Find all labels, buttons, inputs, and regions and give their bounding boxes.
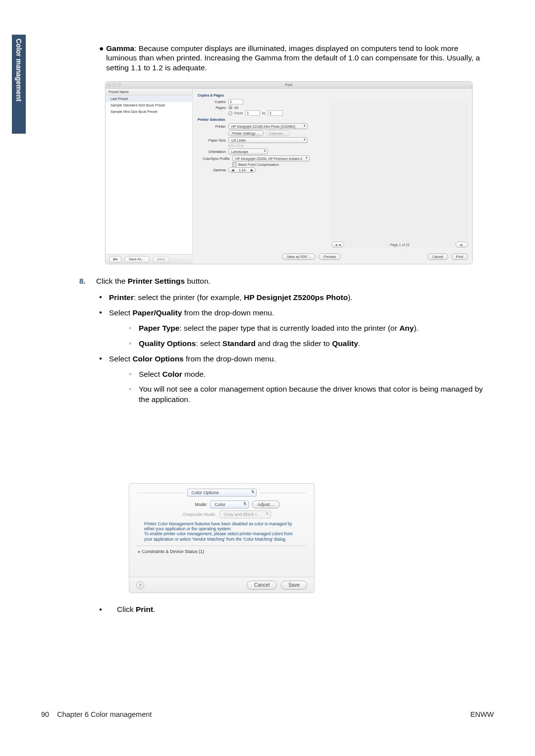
preview-next-button[interactable]: ► <box>455 242 468 248</box>
preview-button[interactable]: Preview <box>319 253 341 260</box>
bpc-checkbox[interactable] <box>232 162 236 166</box>
page-footer: 90 Chapter 6 Color management ENWW <box>41 710 494 718</box>
preset-item[interactable]: Sample Standard-Size Book Preset <box>106 102 192 108</box>
preset-item[interactable]: Sample Mini-Size Book Preset <box>106 108 192 115</box>
preview-area <box>331 102 468 248</box>
paper-type-bullet: Paper Type: select the paper type that i… <box>129 323 485 334</box>
pages-from-label: From: <box>234 111 243 115</box>
side-tab-label: Color management <box>15 39 23 101</box>
gamma-bullet-text: Gamma: Because computer displays are ill… <box>106 44 480 72</box>
paper-size-select[interactable]: US Letter <box>228 137 308 143</box>
help-button[interactable]: ? <box>136 581 144 589</box>
paper-dims: 8.5 x 11 in. <box>228 144 244 148</box>
constraints-disclosure[interactable]: Constraints & Device Status (1) <box>138 549 305 554</box>
window-title: Print <box>285 83 292 87</box>
pages-all-label: All <box>234 106 238 109</box>
preview-prev-button[interactable]: ◄◄ <box>331 242 344 248</box>
instructions: 8. Click the Printer Settings button. Pr… <box>79 276 485 410</box>
color-options-screenshot: Color Options Mode: Color Adjust… Graysc… <box>129 483 315 593</box>
gamma-label: Gamma <box>106 44 134 52</box>
page-number: 90 <box>41 710 49 718</box>
page-indicator: Page 1 of 22 <box>390 243 410 247</box>
side-tab: Color management <box>12 35 26 134</box>
color-mgmt-note: Printer Color Management features have b… <box>144 521 299 542</box>
section-select[interactable]: Color Options <box>187 489 257 497</box>
bpc-label: Black Point Compensation <box>238 163 279 166</box>
print-dialog-screenshot: Print Preset Name Last Preset Sample Sta… <box>105 81 473 264</box>
gamma-stepper[interactable]: ◀1.10▶ <box>228 167 256 173</box>
cancel-button[interactable]: Cancel <box>428 253 448 260</box>
cancel-button[interactable]: Cancel <box>247 581 277 590</box>
gamma-bullet: ● Gamma: Because computer displays are i… <box>99 44 485 72</box>
save-pdf-button[interactable]: Save as PDF… <box>282 253 316 260</box>
preset-item[interactable]: Last Preset <box>106 96 192 102</box>
click-print-bullet: Click Print. <box>99 605 156 614</box>
step-number: 8. <box>79 276 89 287</box>
settings-panel: Copies & Pages Copies: Pages: All From: … <box>193 89 472 264</box>
mode-select[interactable]: Color <box>210 501 249 508</box>
chapter-label: Chapter 6 Color management <box>57 710 152 718</box>
gamma-field-label: Gamma: <box>198 168 226 172</box>
from-input[interactable] <box>245 110 260 116</box>
pages-from-radio[interactable] <box>228 111 232 115</box>
save-preset-button: Save <box>153 256 169 262</box>
printer-settings-button[interactable]: Printer Settings … <box>228 130 264 136</box>
bullet-dot: ● <box>99 44 104 53</box>
colorsync-label: ColorSync Profile: <box>198 157 230 160</box>
save-button[interactable]: Save <box>281 581 307 590</box>
color-mode-bullet: Select Color mode. <box>129 369 485 380</box>
save-as-button[interactable]: Save As… <box>124 256 150 262</box>
window-titlebar: Print <box>106 82 472 89</box>
color-options-bullet: Select Color Options from the drop-down … <box>99 354 485 405</box>
print-button[interactable]: Print <box>451 253 468 260</box>
pages-label: Pages: <box>198 106 226 109</box>
color-note-bullet: You will not see a color management opti… <box>129 384 485 405</box>
quality-options-bullet: Quality Options: select Standard and dra… <box>129 339 485 349</box>
pages-all-radio[interactable] <box>228 105 232 109</box>
grayscale-label: Grayscale Mode: <box>173 512 216 517</box>
paper-quality-bullet: Select Paper/Quality from the drop-down … <box>99 308 485 349</box>
copies-pages-title: Copies & Pages <box>198 94 467 97</box>
printer-bullet: Printer: select the printer (for example… <box>99 293 485 303</box>
preset-sidebar: Preset Name Last Preset Sample Standard-… <box>106 89 193 264</box>
preset-gear-button[interactable]: ✿▾ <box>109 256 121 262</box>
adjust-button[interactable]: Adjust… <box>252 501 279 508</box>
copies-label: Copies: <box>198 100 226 103</box>
preset-bottom-bar: ✿▾ Save As… Save <box>106 254 193 264</box>
colorsync-select[interactable]: HP Designjet Z5200, HP Premium Instant-d <box>232 155 310 161</box>
preset-header: Preset Name <box>106 89 192 96</box>
to-input[interactable] <box>268 110 283 116</box>
orientation-label: Orientation: <box>198 150 226 153</box>
traffic-lights <box>107 83 121 87</box>
mode-label: Mode: <box>163 502 207 507</box>
step-text: Click the Printer Settings button. <box>96 276 211 287</box>
copies-input[interactable] <box>228 99 243 104</box>
preset-list: Last Preset Sample Standard-Size Book Pr… <box>106 96 192 115</box>
pages-to-label: to: <box>262 111 266 115</box>
calibrate-button: Calibrate… <box>266 130 290 136</box>
grayscale-select: Gray and Black I… <box>219 510 271 518</box>
paper-size-label: Paper Size: <box>198 139 226 142</box>
printer-select[interactable]: HP Designjet Z2100 24in Photo [21D9B1] <box>228 123 308 129</box>
orientation-select[interactable]: Landscape <box>228 149 268 154</box>
footer-right: ENWW <box>470 710 494 718</box>
printer-label: Printer: <box>198 125 226 128</box>
